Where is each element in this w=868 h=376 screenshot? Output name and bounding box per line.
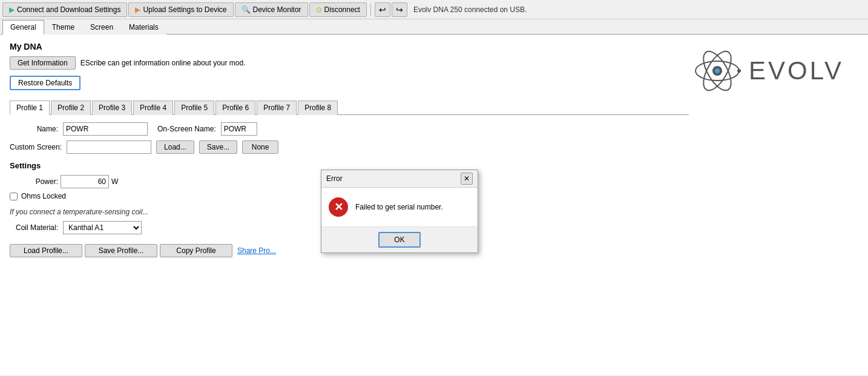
tab-profile-2[interactable]: Profile 2 (51, 101, 91, 115)
main-tabs: General Theme Screen Materials (0, 19, 868, 35)
dialog-title: Error (326, 174, 343, 183)
status-text: Evolv DNA 250 connected on USB. (413, 5, 527, 14)
undo-btn[interactable]: ↩ (375, 2, 390, 17)
dialog-close-btn[interactable]: ✕ (461, 173, 473, 185)
load-profile-btn[interactable]: Load Profile... (10, 244, 82, 257)
custom-screen-input[interactable] (67, 140, 151, 154)
toolbar: ▶ Connect and Download Settings ▶ Upload… (0, 0, 868, 19)
dialog-message: Failed to get serial number. (355, 203, 443, 211)
evolv-logo-text: EVOLV (749, 56, 844, 85)
profile-tabs: Profile 1 Profile 2 Profile 3 Profile 4 … (10, 100, 689, 115)
tab-profile-5[interactable]: Profile 5 (174, 101, 214, 115)
error-icon: ✕ (329, 197, 348, 217)
ohms-locked-label: Ohms Locked (21, 192, 66, 200)
upload-settings-label: Upload Settings to Device (143, 5, 226, 14)
tab-profile-6[interactable]: Profile 6 (215, 101, 255, 115)
copy-profile-btn[interactable]: Copy Profile (160, 244, 232, 257)
on-screen-name-input[interactable] (221, 122, 257, 136)
dialog-ok-btn[interactable]: OK (378, 232, 421, 248)
on-screen-name-label: On-Screen Name: (157, 125, 216, 133)
logo-container: EVOLV (693, 47, 844, 95)
settings-title: Settings (10, 161, 689, 170)
none-screen-btn[interactable]: None (242, 140, 278, 154)
dialog-titlebar: Error ✕ (321, 170, 478, 188)
save-profile-btn[interactable]: Save Profile... (85, 244, 157, 257)
tab-screen[interactable]: Screen (82, 20, 121, 35)
evolv-atom-logo (693, 47, 741, 95)
upload-icon: ▶ (135, 5, 140, 14)
device-monitor-btn[interactable]: 🔍 Device Monitor (235, 2, 308, 17)
power-label: Power: (10, 177, 58, 186)
monitor-icon: 🔍 (242, 5, 251, 14)
tab-profile-3[interactable]: Profile 3 (92, 101, 132, 115)
connect-download-btn[interactable]: ▶ Connect and Download Settings (2, 2, 127, 17)
device-monitor-label: Device Monitor (253, 5, 301, 14)
connect-icon: ▶ (9, 5, 15, 14)
get-info-row: Get Information EScribe can get informat… (10, 56, 689, 70)
logo-panel: EVOLV (699, 35, 868, 375)
coil-material-select[interactable]: Kanthal A1 Stainless Steel 316L Nickel 2… (63, 221, 142, 234)
save-screen-btn[interactable]: Save... (199, 140, 237, 154)
redo-icon: ↪ (396, 5, 403, 15)
upload-settings-btn[interactable]: ▶ Upload Settings to Device (128, 2, 233, 17)
tab-theme[interactable]: Theme (44, 20, 82, 35)
disconnect-label: Disconnect (324, 5, 360, 14)
custom-screen-label: Custom Screen: (10, 143, 62, 151)
redo-btn[interactable]: ↪ (392, 2, 407, 17)
svg-point-5 (737, 69, 741, 73)
disconnect-icon: ⊙ (316, 5, 322, 14)
share-profile-link[interactable]: Share Pro... (237, 246, 276, 255)
name-input[interactable] (63, 122, 148, 136)
connect-download-label: Connect and Download Settings (17, 5, 120, 14)
tab-materials[interactable]: Materials (121, 20, 166, 35)
power-unit: W (111, 177, 118, 186)
restore-defaults-row: Restore Defaults (10, 76, 689, 90)
name-label: Name: (10, 125, 58, 133)
name-row: Name: On-Screen Name: (10, 122, 689, 136)
get-info-note: EScribe can get information online about… (81, 59, 246, 67)
ohms-locked-checkbox[interactable] (10, 193, 18, 200)
custom-screen-row: Custom Screen: Load... Save... None (10, 140, 689, 154)
power-input[interactable] (61, 175, 109, 188)
dialog-body: ✕ Failed to get serial number. (321, 188, 478, 226)
coil-material-label: Coil Material: (10, 223, 58, 232)
disconnect-btn[interactable]: ⊙ Disconnect (309, 2, 367, 17)
dialog-footer: OK (321, 226, 478, 252)
tab-general[interactable]: General (2, 20, 44, 35)
load-screen-btn[interactable]: Load... (156, 140, 194, 154)
tab-profile-8[interactable]: Profile 8 (298, 101, 338, 115)
my-dna-section: Get Information EScribe can get informat… (10, 56, 689, 90)
svg-point-4 (715, 68, 720, 73)
toolbar-sep-1 (370, 4, 371, 16)
tab-profile-7[interactable]: Profile 7 (257, 101, 297, 115)
error-dialog: Error ✕ ✕ Failed to get serial number. O… (321, 170, 478, 253)
get-information-btn[interactable]: Get Information (10, 56, 76, 70)
my-dna-title: My DNA (10, 42, 689, 51)
undo-icon: ↩ (379, 5, 386, 15)
tab-profile-4[interactable]: Profile 4 (133, 101, 173, 115)
tab-profile-1[interactable]: Profile 1 (10, 101, 50, 115)
restore-defaults-btn[interactable]: Restore Defaults (10, 76, 81, 90)
